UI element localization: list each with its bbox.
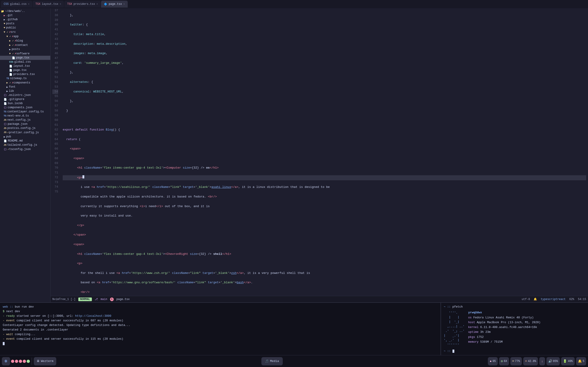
folder-icon: ▶ [9, 48, 11, 51]
code-line-52: <span> [63, 156, 586, 161]
tab-layout-tsx[interactable]: TSX layout.tsx × [33, 1, 64, 8]
sidebar-item-label: next.config.js [7, 118, 31, 122]
sidebar-item-tsconfig[interactable]: {} ✓ tsconfig.json [0, 147, 50, 151]
sidebar-item-contentlayer[interactable]: TS contentlayer.config.ts [0, 110, 50, 114]
sidebar-item-posts2[interactable]: ▶ posts [0, 47, 50, 51]
widget-keyboard[interactable]: ⌨ 77% [510, 357, 522, 365]
code-editor[interactable]: }, twitter: { title: meta.title, descrip… [61, 8, 588, 296]
sidebar-item-global-css[interactable]: CSS global.css [0, 60, 50, 64]
file-js-icon: JS [4, 144, 6, 146]
tab-global-css[interactable]: CSS global.css × [1, 1, 32, 8]
sidebar-item-label: sitemap.ts [10, 77, 27, 80]
folder-git-icon: ▶ [4, 14, 5, 17]
taskbar-divider [32, 358, 32, 365]
pfetch-info: yrwq@dwx os Fedora Linux Asahi Remix 40 … [468, 310, 540, 347]
close-icon[interactable]: × [123, 3, 125, 6]
file-tsx-icon: 📄 [9, 73, 12, 76]
sidebar-item-package-json[interactable]: {} package.json [0, 122, 50, 126]
sidebar-item-label: tailwind.config.js [7, 143, 37, 147]
wezterm-button[interactable]: 🖥 Wezterm [34, 357, 56, 365]
folder-modified-icon: ▼ [4, 26, 5, 29]
main-area: 📁 ~/dev/web/.. ▶ .git ▶ .github ▼ posts … [0, 8, 588, 302]
sidebar-item-gitignore[interactable]: 📄 .gitignore [0, 97, 50, 101]
widget-settings[interactable]: ⚙ 6X [499, 357, 509, 365]
file-json-icon: {} [4, 123, 7, 125]
sidebar-item-label: prettier.config.js [9, 131, 39, 134]
widget-network[interactable]: ↓ [539, 357, 545, 365]
widget-volume[interactable]: 🔊 85% [546, 357, 560, 365]
folder-icon: 📁 [1, 10, 4, 13]
sidebar-item-label: bun.lockb [8, 102, 23, 105]
encoding: utf-8 [522, 298, 530, 301]
close-icon[interactable]: × [60, 3, 61, 6]
pfetch-cursor-line: ~ :: [444, 349, 585, 354]
sidebar-item-prettier[interactable]: JS ✓ prettier.config.js [0, 130, 50, 135]
file-ts-icon: TS [4, 115, 6, 117]
sidebar-item-components-json[interactable]: {} components.json [0, 106, 50, 110]
line-numbers: 3738394041 4243444546 4748495051 525354 … [51, 8, 61, 296]
folder-modified-icon: ▼ ✓ [4, 31, 8, 33]
code-line-42: card: 'summary_large_image', [63, 61, 586, 66]
sidebar-item-blog[interactable]: ▶ ✓ ✗ blog [0, 39, 50, 43]
sidebar-item-components[interactable]: ▶ ✓ ✗ components [0, 81, 50, 85]
sidebar-item-readme[interactable]: 📄 README.md [0, 139, 50, 143]
branch-icon: ⎇ [95, 298, 98, 301]
sidebar-item-page-tsx[interactable]: 📄 page.tsx [0, 68, 50, 72]
sidebar-item-label: software [16, 52, 30, 55]
sidebar-item-tailwind[interactable]: JS tailwind.config.js [0, 143, 50, 147]
sidebar-item-layout-tsx[interactable]: 📄 layout.tsx [0, 64, 50, 68]
sidebar-item-page-tsx-soft[interactable]: 📄 page.tsx [0, 56, 50, 60]
sidebar-item-lib[interactable]: ▶ lib [0, 89, 50, 93]
music-icon: 🎵 [265, 359, 269, 363]
code-line-64: for the shell i use <a href='https://www… [63, 271, 586, 276]
sidebar-item-sitemap[interactable]: TS sitemap.ts [0, 76, 50, 81]
folder-icon: ▶ [4, 18, 5, 21]
sidebar-item-app[interactable]: ▼ ✓ ✗ app [0, 34, 50, 39]
widget-clock[interactable]: 🔔 5 [576, 357, 586, 365]
sidebar-item-github[interactable]: ▶ .github [0, 17, 50, 22]
sidebar-item-font[interactable]: ▶ font [0, 85, 50, 89]
file-icon: 📄 [4, 98, 7, 101]
folder-modified-icon: ▶ ✓ [9, 44, 14, 47]
terminal-left[interactable]: web :: bun run dev $ next dev - ready st… [0, 303, 441, 355]
tab-providers-tsx[interactable]: TSX providers.tsx × [64, 1, 101, 8]
terminal-right[interactable]: ~ :: pfetch ''''. | | | '_| ,....| ..' .… [441, 303, 588, 355]
folder-modified-icon: ▼ ✓ [9, 52, 14, 55]
code-line-60: </span> [63, 233, 586, 237]
terminal-line: $ next dev [3, 309, 438, 314]
sidebar-path: 📁 ~/dev/web/.. [0, 9, 50, 13]
sidebar-item-eslint[interactable]: {} .eslintrc.json [0, 93, 50, 97]
code-line-62: <h1 className='flex items-center gap-4 t… [63, 252, 586, 257]
widget-battery[interactable]: 🔋 40% [561, 357, 575, 365]
close-icon[interactable]: × [96, 3, 98, 6]
wezterm-icon: 🖥 [36, 359, 40, 363]
folder-modified-icon: ▼ [4, 22, 5, 25]
nix-icon[interactable]: ❄ [2, 357, 10, 365]
sidebar-item-software[interactable]: ▼ ✓ ✗ software [0, 51, 50, 56]
sidebar-item-pub[interactable]: ▶ pub [0, 135, 50, 139]
media-button[interactable]: 🎵 Media [261, 357, 283, 365]
sidebar-item-providers-tsx[interactable]: 📄 providers.tsx [0, 72, 50, 76]
sidebar-item-bunlock[interactable]: 📄 bun.lockb [0, 101, 50, 106]
sidebar-item-postcss[interactable]: JS postcss.config.js [0, 126, 50, 130]
sidebar-item-src[interactable]: ▼ ✓ ✗ src [0, 30, 50, 34]
widget-brightness[interactable]: ☀ 42.8% [523, 357, 538, 365]
tsx-icon: TSX [35, 2, 40, 6]
sidebar-item-label: .git [6, 14, 13, 17]
code-container[interactable]: 3738394041 4243444546 4748495051 525354 … [51, 8, 588, 296]
sidebar-item-git[interactable]: ▶ .git [0, 13, 50, 17]
sidebar-item-contact[interactable]: ▶ ✓ ✗ contact [0, 43, 50, 47]
sidebar-item-public[interactable]: ▼ public [0, 26, 50, 30]
close-icon[interactable]: × [28, 3, 30, 6]
file-js-icon: JS [4, 119, 6, 121]
code-line-48 [63, 118, 586, 123]
tab-page-tsx[interactable]: 🔷 page.tsx × [101, 1, 128, 8]
widget-05[interactable]: ● 05 [488, 357, 498, 365]
sidebar-item-posts[interactable]: ▼ posts [0, 22, 50, 26]
widget-battery-value: 40% [568, 360, 573, 363]
lang-indicator: typescriptreact [541, 298, 565, 301]
error-badge: 1 [110, 298, 114, 301]
sidebar-item-next-env[interactable]: TS next-env.d.ts [0, 114, 50, 118]
sidebar-item-label: pub [6, 135, 11, 138]
sidebar-item-next-config[interactable]: JS next.config.js [0, 118, 50, 122]
